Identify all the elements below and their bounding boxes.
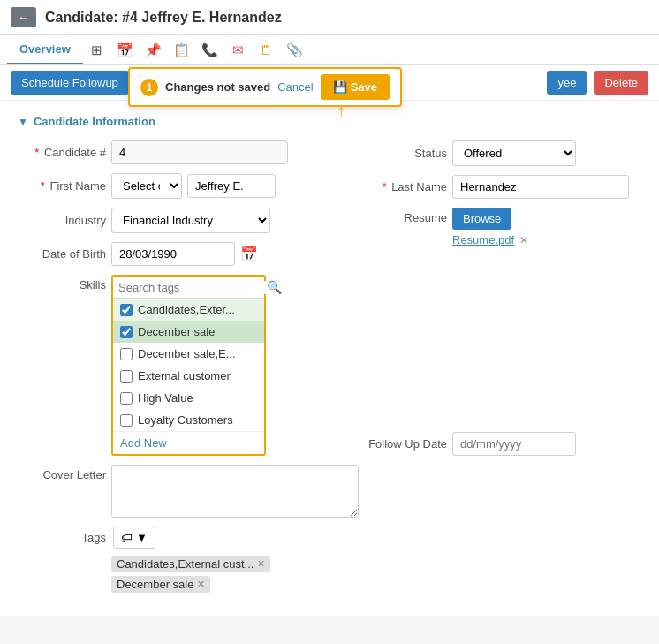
calendar-icon[interactable]: 📅 bbox=[240, 246, 258, 262]
required-star2: * bbox=[41, 179, 45, 193]
skill-item-3[interactable]: External customer bbox=[113, 365, 264, 387]
tab-overview[interactable]: Overview bbox=[7, 35, 83, 64]
skills-search-input[interactable] bbox=[118, 281, 267, 294]
skills-label: Skills bbox=[18, 278, 106, 292]
skill-label-1: December sale bbox=[138, 325, 215, 338]
skills-row: Skills 🔍 Candidates,Exter... Decemb bbox=[18, 275, 359, 456]
followup-label: Follow Up Date bbox=[359, 437, 447, 451]
required-star3: * bbox=[382, 180, 386, 193]
first-name-input[interactable] bbox=[187, 174, 276, 198]
followup-date-input[interactable] bbox=[452, 432, 576, 456]
arrow-indicator: ↑ bbox=[337, 101, 345, 121]
skill-item-0[interactable]: Candidates,Exter... bbox=[113, 299, 264, 321]
skills-dropdown: 🔍 Candidates,Exter... December sale bbox=[111, 275, 266, 456]
followup-row: Follow Up Date bbox=[359, 432, 641, 456]
tab-email-icon[interactable]: ✉ bbox=[224, 37, 253, 64]
dob-input[interactable] bbox=[111, 242, 235, 266]
tab-pin-icon[interactable]: 📌 bbox=[140, 37, 168, 64]
tags-dropdown-button[interactable]: 🏷 ▼ bbox=[113, 527, 155, 549]
header-bar: ← Candidate: #4 Jeffrey E. Hernandez bbox=[0, 0, 659, 35]
dob-label: Date of Birth bbox=[18, 247, 106, 261]
tag-chip-label-1: December sale bbox=[117, 578, 193, 591]
required-star: * bbox=[34, 146, 39, 159]
resume-controls: Browse Resume.pdf ✕ bbox=[452, 208, 528, 246]
candidate-num-label: * Candidate # bbox=[18, 146, 106, 159]
remove-resume-button[interactable]: ✕ bbox=[519, 234, 528, 246]
skill-label-4: High Value bbox=[138, 391, 193, 405]
skills-search-bar: 🔍 bbox=[113, 277, 264, 299]
skill-label-5: Loyalty Customers bbox=[138, 413, 233, 427]
industry-label: Industry bbox=[18, 214, 106, 227]
tag-chip-remove-1[interactable]: ✕ bbox=[197, 579, 205, 590]
schedule-followup-button[interactable]: Schedule Followup bbox=[11, 71, 129, 95]
skills-search-button[interactable]: 🔍 bbox=[267, 280, 282, 294]
skill-checkbox-5[interactable] bbox=[120, 414, 133, 427]
resume-row: Resume Browse Resume.pdf ✕ bbox=[359, 208, 641, 246]
tag-chip-label-0: Candidates,External cust... bbox=[117, 557, 254, 571]
left-column: * Candidate # * First Name Select o Mr. … bbox=[18, 140, 359, 602]
tags-row: Tags 🏷 ▼ bbox=[18, 527, 359, 549]
title-select[interactable]: Select o Mr. Ms. Dr. bbox=[111, 173, 182, 199]
notification-count: 1 bbox=[140, 79, 158, 96]
tab-memo-icon[interactable]: 🗒 bbox=[253, 37, 281, 64]
tags-label: Tags bbox=[18, 531, 106, 544]
skill-checkbox-4[interactable] bbox=[120, 392, 133, 405]
last-name-row: * Last Name bbox=[359, 175, 641, 199]
skill-item-4[interactable]: High Value bbox=[113, 387, 264, 409]
tag-chip-1: December sale ✕ bbox=[111, 576, 210, 593]
skills-list: Candidates,Exter... December sale Decemb… bbox=[113, 299, 264, 431]
notification-text: Changes not saved bbox=[165, 80, 270, 94]
save-button[interactable]: 💾 Save bbox=[321, 74, 390, 100]
tab-notes-icon[interactable]: 📋 bbox=[168, 37, 196, 64]
save-icon: 💾 bbox=[333, 80, 347, 94]
browse-button[interactable]: Browse bbox=[452, 208, 511, 230]
dob-row: Date of Birth 📅 bbox=[18, 242, 359, 266]
skill-checkbox-0[interactable] bbox=[120, 304, 133, 316]
skill-checkbox-2[interactable] bbox=[120, 348, 133, 360]
tab-calendar-icon[interactable]: 📅 bbox=[111, 37, 140, 64]
page-title: Candidate: #4 Jeffrey E. Hernandez bbox=[45, 10, 282, 26]
candidate-num-row: * Candidate # bbox=[18, 140, 359, 164]
add-new-link[interactable]: Add New bbox=[113, 431, 264, 454]
last-name-label: * Last Name bbox=[359, 180, 447, 193]
tags-dropdown-arrow: ▼ bbox=[136, 531, 148, 544]
save-notification: 1 Changes not saved Cancel 💾 Save ↑ bbox=[128, 67, 402, 107]
skill-label-3: External customer bbox=[138, 369, 231, 383]
employee-button[interactable]: yee bbox=[547, 71, 587, 95]
first-name-row: * First Name Select o Mr. Ms. Dr. bbox=[18, 173, 359, 199]
skill-checkbox-1[interactable] bbox=[120, 326, 133, 338]
tag-chip-remove-0[interactable]: ✕ bbox=[257, 558, 265, 570]
candidate-num-input[interactable] bbox=[111, 140, 288, 164]
cover-letter-textarea[interactable] bbox=[111, 465, 359, 518]
cancel-link[interactable]: Cancel bbox=[277, 80, 313, 94]
skill-item-5[interactable]: Loyalty Customers bbox=[113, 409, 264, 431]
main-content: ▼ Candidate Information * Candidate # * … bbox=[0, 101, 659, 616]
status-label: Status bbox=[359, 147, 447, 160]
skill-item-2[interactable]: December sale,E... bbox=[113, 343, 264, 365]
tab-table-icon[interactable]: ⊞ bbox=[83, 37, 111, 64]
toolbar: Schedule Followup 1 Changes not saved Ca… bbox=[0, 65, 659, 101]
back-button[interactable]: ← bbox=[11, 7, 36, 27]
tag-icon: 🏷 bbox=[121, 531, 133, 544]
industry-select[interactable]: Financial Industry Technology Healthcare bbox=[111, 208, 270, 233]
industry-row: Industry Financial Industry Technology H… bbox=[18, 208, 359, 233]
skill-checkbox-3[interactable] bbox=[120, 370, 133, 383]
resume-file-link[interactable]: Resume.pdf bbox=[452, 233, 514, 246]
delete-button[interactable]: Delete bbox=[594, 71, 648, 95]
right-column: Status Offered Applied Hired * Last Name… bbox=[359, 140, 641, 602]
tag-chips-row: Candidates,External cust... ✕ December s… bbox=[111, 556, 359, 593]
cover-letter-label: Cover Letter bbox=[18, 468, 106, 481]
candidate-form: * Candidate # * First Name Select o Mr. … bbox=[18, 140, 641, 602]
tab-attach-icon[interactable]: 📎 bbox=[281, 37, 309, 64]
section-title: ▼ Candidate Information bbox=[18, 115, 641, 128]
resume-label: Resume bbox=[359, 211, 447, 224]
tag-chip-0: Candidates,External cust... ✕ bbox=[111, 556, 270, 572]
status-row: Status Offered Applied Hired bbox=[359, 140, 641, 166]
skill-label-0: Candidates,Exter... bbox=[138, 303, 235, 316]
section-toggle-icon[interactable]: ▼ bbox=[18, 116, 28, 128]
tabs-bar: Overview ⊞ 📅 📌 📋 📞 ✉ 🗒 📎 bbox=[0, 35, 659, 65]
last-name-input[interactable] bbox=[452, 175, 629, 199]
status-select[interactable]: Offered Applied Hired bbox=[452, 140, 576, 166]
skill-item-1[interactable]: December sale bbox=[113, 321, 264, 343]
tab-phone-icon[interactable]: 📞 bbox=[196, 37, 224, 64]
